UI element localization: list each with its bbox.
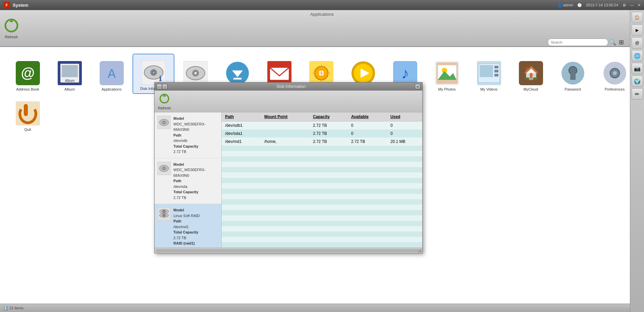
table-row-empty bbox=[222, 221, 422, 226]
items-count: 22 items. bbox=[9, 306, 24, 310]
monitor-icon[interactable]: 🖥 bbox=[622, 3, 626, 7]
row-path-0: /dev/sdb1 bbox=[222, 121, 261, 130]
col-capacity: Capacity bbox=[310, 112, 348, 121]
svg-point-12 bbox=[152, 71, 155, 74]
close-topbar-icon[interactable]: ✕ bbox=[638, 3, 641, 7]
app-icon-quit[interactable]: Quit bbox=[7, 94, 49, 134]
dialog-titlebar: — □ Disk Information ✕ bbox=[155, 83, 422, 91]
table-row-empty bbox=[222, 226, 422, 231]
col-used: Used bbox=[387, 112, 422, 121]
refresh-button[interactable]: Refresh bbox=[3, 17, 19, 39]
app-icon-img-mycloud: 🏠 bbox=[519, 61, 543, 85]
app-icon-my-photos[interactable]: My Photos bbox=[426, 54, 468, 94]
app-icon-applications[interactable]: AApplications bbox=[91, 54, 132, 94]
disk-list-item-0[interactable]: Model WDC_WD30EFRX-68AX9N0 Path /dev/sdb… bbox=[155, 112, 221, 158]
table-row-empty bbox=[222, 151, 422, 156]
info-icon: ℹ️ bbox=[3, 306, 8, 310]
topbar: F System 👤 admin 🕐 2013-7-14 13:00:24 🖥 … bbox=[0, 0, 644, 10]
row-available-1: 0 bbox=[348, 129, 387, 138]
col-path: Path bbox=[222, 112, 261, 121]
disk-cap-label-2: Total Capacity bbox=[173, 229, 200, 235]
clock-icon: 🕐 bbox=[577, 3, 582, 7]
svg-rect-40 bbox=[480, 65, 493, 77]
dialog-scrollbar[interactable] bbox=[155, 248, 422, 253]
svg-rect-43 bbox=[494, 74, 498, 76]
disk-list-item-1[interactable]: Model WDC_WD30EFRX-68AX9N0 Path /dev/sda… bbox=[155, 158, 221, 204]
app-label-applications: Applications bbox=[102, 87, 121, 91]
app-icon-album[interactable]: AlbumAlbum bbox=[49, 54, 91, 94]
sidebar-home[interactable]: 🏠 bbox=[632, 12, 643, 23]
search-icon[interactable]: 🔍 bbox=[609, 39, 616, 46]
datetime: 2013-7-14 13:00:24 bbox=[586, 3, 618, 7]
dialog-title: Disk Information bbox=[167, 84, 415, 89]
resize-handle[interactable] bbox=[418, 248, 422, 253]
table-row-empty bbox=[222, 237, 422, 242]
app-icon-my-videos[interactable]: My Videos bbox=[468, 54, 510, 94]
app-icon-img-applications: A bbox=[100, 61, 124, 85]
table-row-empty bbox=[222, 199, 422, 205]
search-area: 🔍 ⊞ bbox=[548, 39, 624, 46]
table-row-empty bbox=[222, 215, 422, 221]
svg-text:Album: Album bbox=[65, 79, 74, 83]
svg-point-17 bbox=[194, 72, 197, 74]
svg-text:ℹ: ℹ bbox=[159, 75, 162, 83]
disk-partition-table: Path Mount Point Capacity Available Used… bbox=[222, 112, 422, 248]
sidebar-email[interactable]: @ bbox=[632, 37, 643, 49]
app-label-password: Password bbox=[565, 87, 581, 91]
sidebar-globe[interactable]: 🌍 bbox=[632, 75, 643, 87]
app-icon-password[interactable]: Password bbox=[552, 54, 594, 94]
disk-list-item-2[interactable]: Model Linux Soft RAID Path /dev/md1 Tota… bbox=[155, 204, 221, 248]
topbar-right: 👤 admin 🕐 2013-7-14 13:00:24 🖥 — ✕ bbox=[557, 3, 641, 7]
app-label-mycloud: MyCloud bbox=[524, 87, 538, 91]
disk-cap-val-1: 2.72 TB bbox=[173, 195, 219, 201]
main-toolbar: Applications Refresh 🔍 ⊞ bbox=[0, 10, 644, 47]
app-icon-img-my-videos bbox=[477, 61, 501, 85]
refresh-label: Refresh bbox=[5, 35, 18, 39]
app-icon-img-password bbox=[561, 61, 585, 85]
app-icon-mycloud[interactable]: 🏠MyCloud bbox=[510, 54, 552, 94]
sidebar-network[interactable]: 🌐 bbox=[632, 50, 643, 61]
svg-rect-53 bbox=[24, 104, 28, 116]
user-info: 👤 admin bbox=[557, 3, 573, 7]
disk-table-area: Path Mount Point Capacity Available Used… bbox=[222, 112, 422, 248]
row-capacity-2: 2.72 TB bbox=[310, 138, 348, 146]
sidebar-scan[interactable]: 📷 bbox=[632, 63, 643, 74]
app-label-quit: Quit bbox=[24, 127, 31, 132]
dialog-refresh-label: Refresh bbox=[158, 106, 171, 110]
dialog-refresh-btn[interactable]: Refresh bbox=[158, 93, 171, 110]
dialog-restore-btn[interactable]: □ bbox=[162, 84, 167, 89]
dialog-minimize-btn[interactable]: — bbox=[157, 84, 162, 89]
app-title: System bbox=[13, 3, 28, 8]
svg-line-70 bbox=[421, 252, 422, 252]
svg-rect-42 bbox=[494, 70, 498, 72]
disk-path-val-1: /dev/sda bbox=[173, 184, 219, 190]
disk-raid-label: RAID (raid1) bbox=[173, 241, 200, 246]
statusbar: ℹ️ 22 items. bbox=[0, 304, 644, 312]
grid-view-icon[interactable]: ⊞ bbox=[619, 39, 624, 46]
dialog-close-btn[interactable]: ✕ bbox=[415, 84, 420, 89]
minimize-icon[interactable]: — bbox=[630, 3, 634, 7]
app-icon-img-quit bbox=[16, 101, 40, 125]
app-icon-address-book[interactable]: @Address Book bbox=[7, 54, 49, 94]
disk-icon-2 bbox=[157, 207, 171, 221]
disk-cap-val-2: 2.72 TB bbox=[173, 235, 200, 241]
app-icon-img-album: Album bbox=[58, 61, 82, 85]
sidebar-video[interactable]: ▶ bbox=[632, 24, 643, 36]
disk-icon-1 bbox=[157, 162, 171, 175]
app-icon-img-image-viewer bbox=[309, 61, 333, 85]
app-icon-preferences[interactable]: Preferences bbox=[594, 54, 636, 94]
toolbar-title: Applications bbox=[310, 12, 334, 17]
table-row-empty bbox=[222, 146, 422, 151]
table-row-empty bbox=[222, 194, 422, 199]
svg-point-62 bbox=[163, 168, 165, 169]
sidebar-edit[interactable]: ✏ bbox=[632, 88, 643, 100]
svg-point-58 bbox=[163, 122, 165, 123]
row-available-0: 0 bbox=[348, 121, 387, 130]
search-input[interactable] bbox=[548, 39, 608, 46]
app-label-album: Album bbox=[64, 87, 75, 91]
svg-point-65 bbox=[162, 210, 166, 213]
disk-path-label-2: Path bbox=[173, 218, 200, 224]
app-icon-img-my-photos bbox=[435, 61, 459, 85]
svg-rect-48 bbox=[570, 73, 576, 80]
disk-info-1: Model WDC_WD30EFRX-68AX9N0 Path /dev/sda… bbox=[173, 162, 219, 201]
